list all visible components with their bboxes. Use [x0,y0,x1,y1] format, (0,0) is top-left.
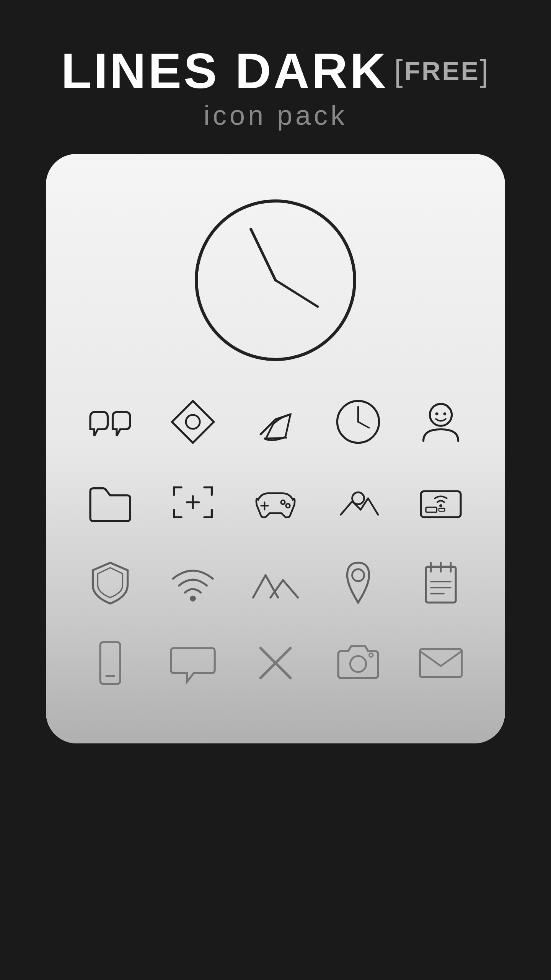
bracket-close: ] [480,53,490,88]
svg-line-2 [276,280,318,307]
free-badge: [ FREE ] [394,53,490,88]
notepad-icon [410,552,471,613]
folder-icon [80,472,141,533]
app-title: LINES DARK [61,46,388,96]
icon-row-1 [69,391,482,452]
svg-rect-19 [426,507,437,512]
mail-icon [410,632,471,694]
header: LINES DARK [ FREE ] icon pack [61,46,490,131]
close-x-icon [245,632,306,694]
title-line: LINES DARK [ FREE ] [61,46,490,96]
mountains-icon [245,552,306,613]
svg-rect-20 [439,508,445,511]
svg-point-15 [286,504,290,508]
camera-icon [328,632,389,694]
svg-line-6 [358,422,369,428]
svg-point-3 [186,415,200,429]
svg-point-14 [281,500,285,504]
gallery-icon [328,472,389,533]
svg-rect-36 [420,649,461,677]
svg-point-34 [350,656,366,672]
svg-point-35 [369,653,373,657]
shield-icon [80,552,141,613]
clean-master-icon [245,391,306,452]
icon-row-2 [69,472,482,533]
icon-row-3 [69,552,482,613]
chat-icon [162,632,223,694]
maps-pin-icon [328,552,389,613]
svg-rect-30 [100,642,120,684]
svg-point-22 [352,569,364,581]
bracket-open: [ [394,53,404,88]
card-icon [410,472,471,533]
clock-small-icon [328,391,389,452]
phone-icon [80,632,141,694]
svg-point-18 [439,504,442,507]
clock-icon [187,192,364,368]
wifi-icon [162,552,223,613]
avatar-icon [410,391,471,452]
icon-row-4 [69,632,482,694]
icon-pack-card [46,154,505,743]
svg-point-7 [430,404,452,426]
svg-point-8 [435,412,439,415]
free-label: FREE [404,56,480,86]
subtitle: icon pack [61,100,490,131]
svg-line-1 [251,229,276,280]
quotes-icon [80,391,141,452]
svg-point-21 [190,596,196,602]
gamepad-icon [245,472,306,533]
location-pin-diamond-icon [162,391,223,452]
svg-rect-17 [421,491,461,517]
svg-point-9 [443,412,447,415]
screenshot-add-icon [162,472,223,533]
